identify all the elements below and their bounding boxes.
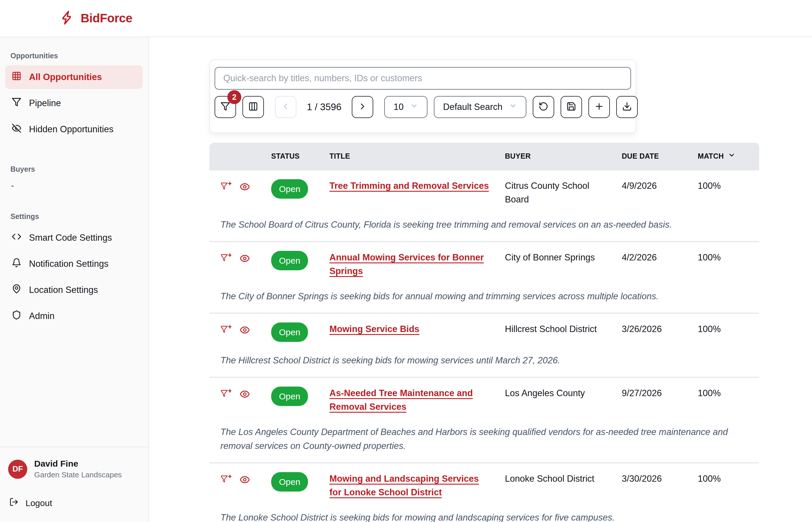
match-cell: 100% (698, 472, 759, 486)
sidebar: Opportunities All Opportunities Pipeline… (0, 37, 149, 522)
column-header-buyer[interactable]: BUYER (505, 152, 622, 160)
chevron-down-icon (728, 152, 735, 161)
table-row: Open As-Needed Tree Maintenance and Remo… (209, 378, 759, 462)
match-cell: 100% (698, 386, 759, 400)
hide-eye-icon[interactable] (240, 389, 250, 403)
due-date-cell: 3/30/2026 (622, 472, 698, 486)
add-filter-icon[interactable] (221, 253, 231, 268)
logout-button[interactable]: Logout (9, 497, 143, 509)
opportunity-description: The Lonoke School District is seeking bi… (209, 499, 759, 522)
sidebar-item-smart-code-settings[interactable]: Smart Code Settings (5, 226, 143, 250)
sidebar-item-label: Pipeline (29, 98, 61, 108)
sidebar-item-location-settings[interactable]: Location Settings (5, 278, 143, 302)
due-date-cell: 3/26/2026 (622, 322, 698, 336)
table-row: Open Tree Trimming and Removal Services … (209, 170, 759, 241)
user-card[interactable]: DF David Fine Garden State Landscapes (5, 447, 143, 479)
chevron-down-icon (509, 102, 517, 112)
table-header: STATUS TITLE BUYER DUE DATE MATCH (209, 143, 759, 169)
opportunity-title-link[interactable]: Annual Mowing Services for Bonner Spring… (329, 251, 492, 278)
opportunity-title-link[interactable]: Mowing and Landscaping Services for Lono… (329, 472, 492, 499)
column-header-due-date[interactable]: DUE DATE (622, 152, 698, 160)
sidebar-item-label: Smart Code Settings (29, 233, 112, 243)
chevron-down-icon (410, 102, 418, 112)
sidebar-item-label: Admin (29, 311, 55, 321)
buyer-cell: Lonoke School District (505, 472, 622, 486)
opportunity-description: The Los Angeles County Department of Bea… (209, 414, 759, 455)
chevron-right-icon (358, 101, 367, 113)
filter-count-badge: 2 (227, 90, 241, 104)
top-header: BidForce (0, 0, 812, 37)
columns-button[interactable] (242, 96, 264, 118)
brand-name: BidForce (81, 11, 132, 25)
export-button[interactable] (616, 96, 638, 118)
column-header-match[interactable]: MATCH (698, 152, 759, 161)
buyers-placeholder: - (11, 180, 143, 191)
add-filter-icon[interactable] (221, 389, 231, 403)
opportunity-title-link[interactable]: As-Needed Tree Maintenance and Removal S… (329, 386, 492, 414)
section-label-settings: Settings (11, 212, 143, 221)
add-search-button[interactable] (588, 96, 610, 118)
status-badge: Open (271, 251, 308, 270)
sidebar-item-hidden-opportunities[interactable]: Hidden Opportunities (5, 117, 143, 141)
quick-search-input[interactable] (215, 67, 631, 89)
sidebar-item-all-opportunities[interactable]: All Opportunities (5, 65, 143, 89)
status-badge: Open (271, 472, 308, 491)
hide-eye-icon[interactable] (240, 182, 250, 196)
table-body: Open Tree Trimming and Removal Services … (209, 170, 759, 522)
add-filter-icon[interactable] (221, 475, 231, 489)
page-size-value: 10 (393, 102, 403, 112)
app-window: BidForce Opportunities All Opportunities… (0, 0, 812, 522)
next-page-button[interactable] (352, 96, 373, 118)
rotate-ccw-icon (539, 101, 548, 113)
hide-eye-icon[interactable] (240, 325, 250, 339)
section-label-opportunities: Opportunities (11, 52, 143, 60)
code-icon (12, 232, 21, 244)
page-size-select[interactable]: 10 (384, 96, 427, 118)
sidebar-item-pipeline[interactable]: Pipeline (5, 92, 143, 115)
reset-search-button[interactable] (533, 96, 554, 118)
columns-icon (248, 101, 258, 113)
hide-eye-icon[interactable] (240, 253, 250, 268)
sidebar-item-admin[interactable]: Admin (5, 304, 143, 328)
match-cell: 100% (698, 251, 759, 264)
chevron-left-icon (281, 101, 290, 113)
funnel-icon (12, 97, 21, 109)
download-icon (622, 101, 632, 113)
shield-icon (12, 310, 21, 322)
table-row: Open Mowing Service Bids Hillcrest Schoo… (209, 314, 759, 377)
hide-eye-icon[interactable] (240, 475, 250, 489)
logout-icon (9, 497, 19, 509)
previous-page-button[interactable] (275, 96, 297, 118)
sidebar-item-label: Notification Settings (29, 259, 108, 269)
table-row: Open Mowing and Landscaping Services for… (209, 463, 759, 522)
opportunities-table: STATUS TITLE BUYER DUE DATE MATCH Open T… (209, 143, 759, 522)
buyer-cell: City of Bonner Springs (505, 251, 622, 264)
column-header-title[interactable]: TITLE (329, 152, 505, 160)
column-header-status[interactable]: STATUS (271, 152, 329, 160)
sidebar-item-label: Location Settings (29, 285, 98, 295)
sidebar-item-label: Hidden Opportunities (29, 124, 114, 135)
map-pin-icon (12, 284, 21, 296)
section-label-buyers: Buyers (11, 165, 143, 174)
saved-search-select[interactable]: Default Search (434, 96, 526, 118)
table-row: Open Annual Mowing Services for Bonner S… (209, 242, 759, 313)
due-date-cell: 9/27/2026 (622, 386, 698, 400)
opportunity-title-link[interactable]: Tree Trimming and Removal Services (329, 179, 489, 193)
add-filter-icon[interactable] (221, 325, 231, 339)
lightning-bolt-icon (60, 10, 75, 26)
due-date-cell: 4/9/2026 (622, 179, 698, 193)
save-icon (566, 101, 576, 113)
toolbar: 2 1 / 3596 10 (215, 96, 631, 118)
saved-search-value: Default Search (443, 102, 503, 112)
save-search-button[interactable] (561, 96, 582, 118)
buyer-cell: Hillcrest School District (505, 322, 622, 336)
avatar: DF (8, 460, 27, 479)
opportunity-title-link[interactable]: Mowing Service Bids (329, 322, 419, 336)
match-cell: 100% (698, 322, 759, 336)
status-badge: Open (271, 322, 308, 342)
sidebar-item-notification-settings[interactable]: Notification Settings (5, 252, 143, 276)
buyer-cell: Citrus County School Board (505, 179, 622, 206)
brand-logo[interactable]: BidForce (60, 10, 132, 26)
add-filter-icon[interactable] (221, 182, 231, 196)
bell-icon (12, 258, 21, 270)
